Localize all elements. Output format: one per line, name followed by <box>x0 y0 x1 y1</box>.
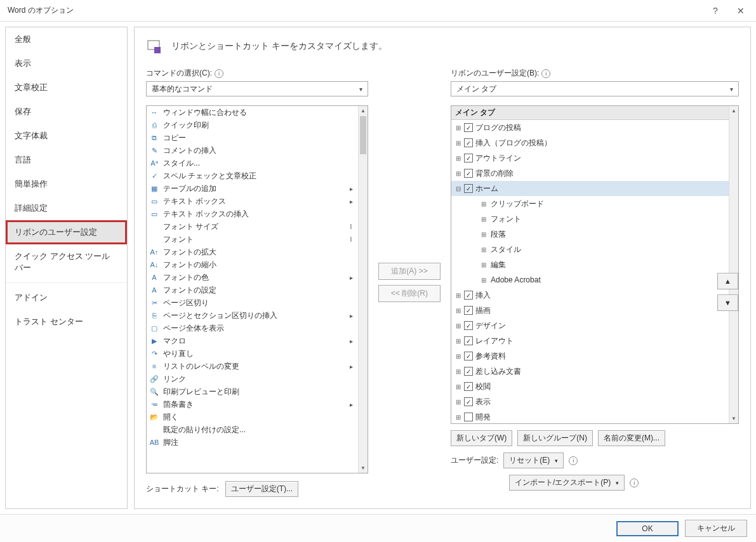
checkbox[interactable] <box>464 154 473 162</box>
tree-item[interactable]: ⊞挿入（ブログの投稿） <box>451 135 729 150</box>
checkbox[interactable] <box>464 413 473 421</box>
command-item[interactable]: ▭テキスト ボックスの挿入 <box>147 208 358 220</box>
checkbox[interactable] <box>464 382 473 391</box>
expand-icon[interactable]: ⊞ <box>479 201 488 208</box>
nav-item[interactable]: 表示 <box>6 51 127 76</box>
nav-item[interactable]: 詳細設定 <box>6 196 127 220</box>
tree-item[interactable]: ⊞背景の削除 <box>451 166 729 181</box>
checkbox[interactable] <box>464 169 473 178</box>
command-item[interactable]: ✓スペル チェックと文章校正 <box>147 169 358 182</box>
scrollbar[interactable]: ▲ ▼ <box>729 106 738 423</box>
nav-item[interactable]: 全般 <box>6 27 127 51</box>
command-item[interactable]: Aフォントの色▸ <box>147 271 358 284</box>
scroll-up-icon[interactable]: ▲ <box>729 106 738 116</box>
command-item[interactable]: ⎘ページとセクション区切りの挿入▸ <box>147 309 358 322</box>
command-item[interactable]: ≡リストのレベルの変更▸ <box>147 360 358 373</box>
ribbon-dropdown[interactable]: メイン タブ <box>451 81 739 96</box>
tree-item[interactable]: ⊞クリップボード <box>451 196 729 211</box>
expand-icon[interactable]: ⊞ <box>454 383 463 390</box>
expand-icon[interactable]: ⊞ <box>454 124 463 131</box>
shortcut-customize-button[interactable]: ユーザー設定(T)... <box>225 481 298 497</box>
expand-icon[interactable]: ⊞ <box>479 216 488 223</box>
help-icon[interactable]: ? <box>703 1 728 20</box>
checkbox[interactable] <box>464 367 473 376</box>
checkbox[interactable] <box>464 138 473 147</box>
command-item[interactable]: ≔箇条書き▸ <box>147 398 358 411</box>
expand-icon[interactable]: ⊞ <box>454 322 463 329</box>
expand-icon[interactable]: ⊞ <box>479 277 488 284</box>
command-item[interactable]: Aフォントの設定 <box>147 284 358 296</box>
command-item[interactable]: ↔ウィンドウ幅に合わせる <box>147 106 358 119</box>
expand-icon[interactable]: ⊞ <box>454 353 463 360</box>
expand-icon[interactable]: ⊞ <box>454 155 463 162</box>
tree-item[interactable]: ⊞描画 <box>451 303 729 318</box>
tree-item[interactable]: ⊞差し込み文書 <box>451 364 729 379</box>
command-item[interactable]: ▶マクロ▸ <box>147 334 358 347</box>
info-icon[interactable]: i <box>630 479 639 487</box>
expand-icon[interactable]: ⊞ <box>479 261 488 268</box>
nav-item[interactable]: 言語 <box>6 148 127 172</box>
tree-item[interactable]: ⊞デザイン <box>451 318 729 333</box>
expand-icon[interactable]: ⊞ <box>454 399 463 406</box>
nav-item[interactable]: アドイン <box>6 282 127 310</box>
scroll-up-icon[interactable]: ▲ <box>359 106 368 116</box>
command-item[interactable]: 🔍印刷プレビューと印刷 <box>147 385 358 398</box>
checkbox[interactable] <box>464 397 473 406</box>
checkbox[interactable] <box>464 184 473 193</box>
checkbox[interactable] <box>464 291 473 300</box>
command-item[interactable]: 🔗リンク <box>147 373 358 385</box>
tree-item[interactable]: ⊞挿入 <box>451 288 729 303</box>
tree-item[interactable]: ⊟ホーム <box>451 181 729 196</box>
command-item[interactable]: フォント サイズI <box>147 220 358 233</box>
tree-item[interactable]: ⊞校閲 <box>451 379 729 394</box>
ok-button[interactable]: OK <box>616 521 679 536</box>
command-item[interactable]: ▭テキスト ボックス▸ <box>147 195 358 208</box>
ribbon-tree[interactable]: メイン タブ ⊞ブログの投稿⊞挿入（ブログの投稿）⊞アウトライン⊞背景の削除⊟ホ… <box>451 105 739 424</box>
command-item[interactable]: ↷やり直し <box>147 347 358 360</box>
command-item[interactable]: ⎙クイック印刷 <box>147 119 358 131</box>
tree-item[interactable]: ⊞フォント <box>451 211 729 227</box>
expand-icon[interactable]: ⊟ <box>454 185 463 192</box>
nav-item[interactable]: 簡単操作 <box>6 172 127 196</box>
checkbox[interactable] <box>464 123 473 132</box>
tree-item[interactable]: ⊞スタイル <box>451 242 729 257</box>
info-icon[interactable]: i <box>541 69 550 78</box>
rename-button[interactable]: 名前の変更(M)... <box>598 430 665 446</box>
tree-item[interactable]: ⊞アウトライン <box>451 150 729 166</box>
nav-item[interactable]: クイック アクセス ツール バー <box>6 244 127 280</box>
command-item[interactable]: A↓フォントの縮小 <box>147 258 358 271</box>
commands-listbox[interactable]: ↔ウィンドウ幅に合わせる⎙クイック印刷⧉コピー✎コメントの挿入Aᵃスタイル...… <box>146 105 368 473</box>
scroll-down-icon[interactable]: ▼ <box>359 463 368 473</box>
expand-icon[interactable]: ⊞ <box>454 338 463 345</box>
cancel-button[interactable]: キャンセル <box>685 520 747 537</box>
checkbox[interactable] <box>464 306 473 315</box>
expand-icon[interactable]: ⊞ <box>454 170 463 177</box>
add-button[interactable]: 追加(A) >> <box>378 263 441 280</box>
expand-icon[interactable]: ⊞ <box>454 292 463 299</box>
import-export-button[interactable]: インポート/エクスポート(P) <box>509 475 625 491</box>
move-up-button[interactable]: ▲ <box>717 273 738 289</box>
checkbox[interactable] <box>464 336 473 345</box>
tree-item[interactable]: ⊞表示 <box>451 394 729 409</box>
nav-item[interactable]: 文章校正 <box>6 76 127 100</box>
nav-item[interactable]: トラスト センター <box>6 310 127 334</box>
command-item[interactable]: 既定の貼り付けの設定... <box>147 423 358 436</box>
command-item[interactable]: ✂ページ区切り <box>147 296 358 309</box>
expand-icon[interactable]: ⊞ <box>454 307 463 314</box>
command-item[interactable]: ▢ページ全体を表示 <box>147 322 358 334</box>
nav-item[interactable]: 保存 <box>6 100 127 124</box>
tree-item[interactable]: ⊞ブログの投稿 <box>451 120 729 135</box>
command-item[interactable]: フォントI <box>147 233 358 246</box>
nav-item[interactable]: リボンのユーザー設定 <box>6 220 127 244</box>
move-down-button[interactable]: ▼ <box>717 294 738 311</box>
command-item[interactable]: A↑フォントの拡大 <box>147 246 358 258</box>
info-icon[interactable]: i <box>569 456 578 465</box>
tree-item[interactable]: ⊞Adobe Acrobat <box>451 272 729 288</box>
expand-icon[interactable]: ⊞ <box>454 368 463 375</box>
new-tab-button[interactable]: 新しいタブ(W) <box>451 430 512 446</box>
tree-item[interactable]: ⊞段落 <box>451 227 729 242</box>
command-item[interactable]: ✎コメントの挿入 <box>147 144 358 157</box>
commands-dropdown[interactable]: 基本的なコマンド <box>146 81 368 96</box>
command-item[interactable]: Aᵃスタイル... <box>147 157 358 169</box>
command-item[interactable]: ⧉コピー <box>147 131 358 144</box>
